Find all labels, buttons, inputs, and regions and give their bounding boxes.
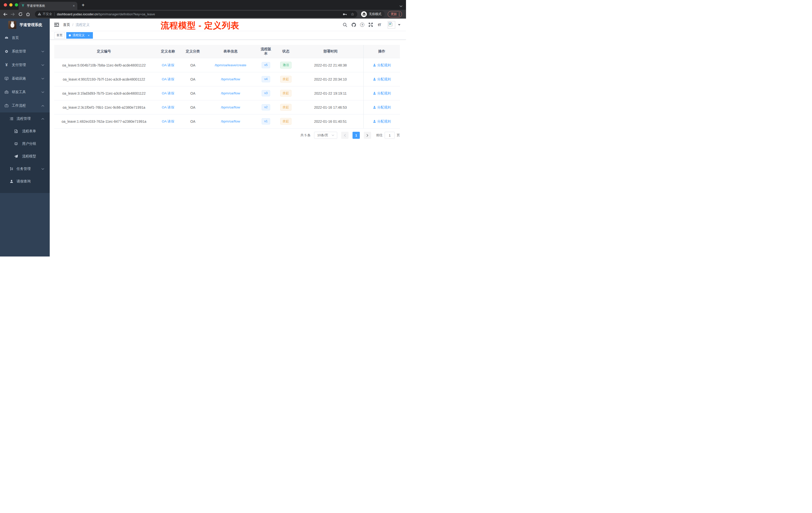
divider	[54, 12, 55, 16]
sidebar-item-label: 任务管理	[17, 167, 31, 171]
sidebar-item-workflow[interactable]: 工作流程	[0, 99, 50, 113]
current-page-button[interactable]: 1	[352, 132, 360, 139]
user-icon	[373, 105, 376, 109]
deploy-time: 2022-01-16 01:40:51	[297, 115, 363, 128]
incognito-badge: 无痕模式	[360, 11, 385, 18]
chevron-right-icon	[367, 134, 368, 137]
column-header: 状态	[274, 45, 297, 58]
sidebar-item-label: 流程模型	[22, 154, 36, 159]
sidebar-item-task-management[interactable]: 任务管理	[0, 163, 50, 175]
sidebar-logo[interactable]: 芋道管理系统	[0, 19, 50, 31]
help-icon[interactable]: ?	[360, 23, 364, 27]
sidebar-item-system[interactable]: 系统管理	[0, 45, 50, 58]
tag-process-definition[interactable]: 流程定义 ×	[66, 32, 93, 39]
sidebar-fold-icon[interactable]	[54, 23, 59, 27]
goto-page-input[interactable]	[385, 132, 395, 139]
definition-name-link[interactable]: OA 请假	[162, 91, 174, 96]
github-icon[interactable]	[351, 22, 356, 27]
toolbox-icon	[4, 90, 8, 94]
status-badge: 挂起	[280, 104, 291, 111]
home-icon[interactable]	[25, 12, 30, 16]
assign-rule-button[interactable]: 分配规则	[373, 63, 391, 67]
minimize-window-button[interactable]	[9, 3, 12, 6]
form-link[interactable]: /bpm/oa/flow	[221, 119, 240, 123]
tags-view-bar: 首页 流程定义 ×	[50, 31, 406, 40]
new-tab-button[interactable]: +	[80, 2, 86, 8]
assign-rule-button[interactable]: 分配规则	[373, 105, 391, 110]
form-link[interactable]: /bpm/oa/flow	[221, 91, 240, 95]
sidebar-item-process-model[interactable]: 流程模型	[0, 150, 50, 163]
tag-home[interactable]: 首页	[54, 32, 65, 39]
table-row: oa_leave:5:004b710b-7b8a-11ec-8ef0-acde4…	[54, 58, 400, 72]
table-row: oa_leave:2:3c1f0ef1-76b1-11ec-9c66-a2380…	[54, 100, 400, 114]
tag-label: 流程定义	[72, 33, 85, 37]
sidebar-item-process-form[interactable]: 流程表单	[0, 125, 50, 138]
security-warning-icon[interactable]	[38, 12, 41, 17]
forward-icon[interactable]	[10, 12, 15, 16]
font-size-icon[interactable]: tT	[377, 23, 382, 27]
breadcrumb: 首页 / 流程定义	[63, 23, 90, 27]
form-link[interactable]: /bpm/oa/flow	[221, 77, 240, 81]
update-button[interactable]: 更新	[388, 11, 402, 17]
breadcrumb-home[interactable]: 首页	[63, 23, 70, 27]
sidebar-item-process-management[interactable]: 流程管理	[0, 113, 50, 125]
assign-rule-button[interactable]: 分配规则	[373, 119, 391, 124]
chevron-down-icon	[41, 168, 44, 170]
assign-rule-button[interactable]: 分配规则	[373, 77, 391, 82]
form-link[interactable]: /bpm/oa/leave/create	[215, 63, 246, 67]
chevron-down-icon	[398, 24, 401, 26]
user-group-icon	[14, 142, 18, 146]
window-controls	[4, 3, 18, 6]
next-page-button[interactable]	[364, 132, 371, 139]
definition-category: OA	[182, 115, 203, 128]
definition-table: 定义编号 定义名称 定义分类 表单信息 流程版本 状态 部署时间 操作 oa_l…	[54, 45, 400, 128]
definition-name-link[interactable]: OA 请假	[162, 105, 174, 110]
key-icon[interactable]	[343, 12, 347, 17]
url-domain: dashboard.yudao.iocoder.cn	[57, 12, 98, 16]
sidebar-item-label: 流程表单	[22, 129, 36, 133]
definition-name-link[interactable]: OA 请假	[162, 63, 174, 67]
url-path: /bpm/manager/definition?key=oa_leave	[98, 12, 155, 16]
goto-label: 前往	[376, 133, 383, 138]
fullscreen-icon[interactable]	[368, 22, 373, 27]
form-link[interactable]: /bpm/oa/flow	[221, 105, 240, 109]
person-icon	[9, 179, 13, 183]
breadcrumb-separator: /	[72, 23, 73, 27]
user-avatar[interactable]	[388, 21, 401, 29]
page-size-select[interactable]: 10条/页	[314, 132, 337, 139]
sidebar-item-home[interactable]: 首页	[0, 31, 50, 45]
security-label[interactable]: 不安全	[43, 12, 52, 16]
prev-page-button[interactable]	[341, 132, 348, 139]
definition-name-link[interactable]: OA 请假	[162, 77, 174, 82]
incognito-label: 无痕模式	[369, 12, 381, 16]
chevron-left-icon	[344, 134, 346, 137]
sidebar-item-leave-query[interactable]: 请假查询	[0, 175, 50, 188]
address-bar[interactable]: 不安全 dashboard.yudao.iocoder.cn/bpm/manag…	[35, 11, 357, 18]
definition-name-link[interactable]: OA 请假	[162, 119, 174, 124]
definition-id: oa_leave:5:004b710b-7b8a-11ec-8ef0-acde4…	[54, 58, 154, 72]
user-icon	[373, 63, 376, 67]
version-badge: v4	[262, 76, 270, 82]
chevron-down-icon	[41, 51, 44, 53]
zoom-window-button[interactable]	[15, 3, 18, 6]
sidebar-item-label: 工作流程	[12, 103, 26, 108]
reload-icon[interactable]	[18, 12, 23, 16]
column-header: 定义编号	[54, 45, 154, 58]
assign-rule-button[interactable]: 分配规则	[373, 91, 391, 96]
monitor-icon	[4, 77, 8, 81]
sidebar-item-payment[interactable]: ¥ 支付管理	[0, 58, 50, 72]
search-icon[interactable]	[343, 23, 348, 27]
url-text[interactable]: dashboard.yudao.iocoder.cn/bpm/manager/d…	[57, 12, 340, 16]
tab-close-icon[interactable]: ×	[73, 4, 75, 7]
back-icon[interactable]	[3, 12, 8, 16]
sidebar-item-devtools[interactable]: 研发工具	[0, 85, 50, 99]
tab-search-chevron-icon[interactable]	[400, 4, 403, 8]
browser-tab[interactable]: 芋道管理系统 ×	[19, 2, 77, 10]
bookmark-star-icon[interactable]: ☆	[351, 12, 354, 16]
close-window-button[interactable]	[4, 3, 7, 6]
definition-category: OA	[182, 100, 203, 114]
sidebar-item-infrastructure[interactable]: 基础设施	[0, 72, 50, 85]
sidebar-item-user-group[interactable]: 用户分组	[0, 138, 50, 150]
tag-close-icon[interactable]: ×	[87, 34, 90, 37]
version-badge: v2	[262, 104, 270, 111]
